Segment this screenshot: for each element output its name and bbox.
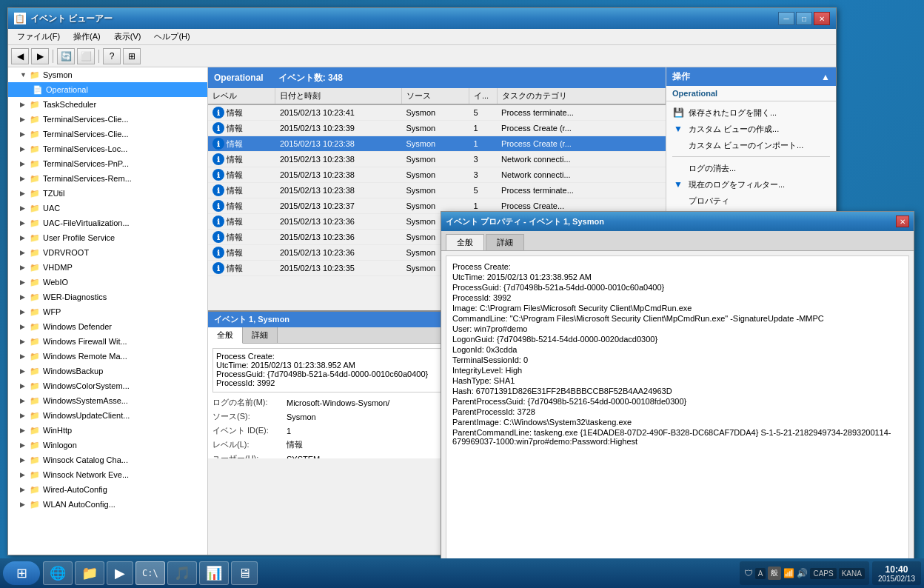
system-tray: 🛡 A 般 📶 🔊 CAPS KANA xyxy=(740,561,869,585)
sidebar-item-taskscheduler[interactable]: ▶ 📁 TaskScheduler xyxy=(8,97,207,112)
lang-indicator[interactable]: KANA xyxy=(839,568,865,579)
sidebar-item-tspnp[interactable]: ▶ 📁 TerminalServices-PnP... xyxy=(8,156,207,171)
action-create-view[interactable]: ▼ カスタム ビューの作成... xyxy=(666,121,836,137)
menu-action[interactable]: 操作(A) xyxy=(67,30,107,44)
table-row[interactable]: ℹ 情報 2015/02/13 10:23:38 Sysmon 3 Networ… xyxy=(208,152,666,167)
sidebar-item-uacfile[interactable]: ▶ 📁 UAC-FileVirtualization... xyxy=(8,216,207,230)
sidebar-item-winhttp[interactable]: ▶ 📁 WinHttp xyxy=(8,423,207,438)
detail-tab-general[interactable]: 全般 xyxy=(208,327,243,344)
sidebar-item-tsrem[interactable]: ▶ 📁 TerminalServices-Rem... xyxy=(8,171,207,186)
taskbar-media-button[interactable]: ▶ xyxy=(107,561,133,585)
sidebar-wiredauto-label: Wired-AutoConfig xyxy=(43,485,107,494)
clock-area[interactable]: 10:40 2015/02/13 xyxy=(872,561,921,585)
sidebar-item-sysmon[interactable]: ▼ 📁 Sysmon xyxy=(8,67,207,82)
taskbar-ie-button[interactable]: 🌐 xyxy=(43,561,73,585)
refresh-button[interactable]: 🔄 xyxy=(57,48,75,64)
col-level[interactable]: レベル xyxy=(208,88,275,104)
sidebar-item-winfirewall[interactable]: ▶ 📁 Windows Firewall Wit... xyxy=(8,334,207,349)
dialog-tab-general[interactable]: 全般 xyxy=(446,234,484,250)
taskbar-wmp-button[interactable]: 🎵 xyxy=(167,561,197,585)
sidebar-item-tsvc1[interactable]: ▶ 📁 TerminalServices-Clie... xyxy=(8,112,207,127)
table-row[interactable]: ℹ 情報 2015/02/13 10:23:38 Sysmon 1 Proces… xyxy=(208,136,666,152)
detail-tab-detail[interactable]: 詳細 xyxy=(243,327,278,343)
table-row[interactable]: ℹ 情報 2015/02/13 10:23:41 Sysmon 5 Proces… xyxy=(208,104,666,121)
sidebar-item-vhdmp[interactable]: ▶ 📁 VHDMP xyxy=(8,260,207,275)
help-button[interactable]: ? xyxy=(103,48,121,64)
col-category[interactable]: タスクのカテゴリ xyxy=(497,88,665,104)
forward-button[interactable]: ▶ xyxy=(31,48,49,64)
sidebar-item-webio[interactable]: ▶ 📁 WebIO xyxy=(8,275,207,290)
sidebar-item-tzutil[interactable]: ▶ 📁 TZUtil xyxy=(8,186,207,201)
folder-icon-wfp: 📁 xyxy=(29,306,41,318)
info-icon: ℹ xyxy=(212,122,224,134)
col-id[interactable]: イ... xyxy=(469,88,497,104)
sidebar-item-userprofile[interactable]: ▶ 📁 User Profile Service xyxy=(8,230,207,245)
toolbar: ◀ ▶ 🔄 ⬜ ? ⊞ xyxy=(8,45,836,67)
sidebar-item-winsock1[interactable]: ▶ 📁 Winsock Catalog Cha... xyxy=(8,452,207,467)
menu-file[interactable]: ファイル(F) xyxy=(11,30,66,44)
sidebar-item-wfp[interactable]: ▶ 📁 WFP xyxy=(8,304,207,319)
sidebar-item-wiredauto[interactable]: ▶ 📁 Wired-AutoConfig xyxy=(8,482,207,497)
event-category: Network connecti... xyxy=(497,167,665,183)
taskbar-remote-button[interactable]: 🖥 xyxy=(231,561,258,585)
menu-view[interactable]: 表示(V) xyxy=(108,30,147,44)
tree-arrow-tspnp: ▶ xyxy=(20,160,29,167)
table-row[interactable]: ℹ 情報 2015/02/13 10:23:38 Sysmon 5 Proces… xyxy=(208,183,666,198)
close-button[interactable]: ✕ xyxy=(814,12,830,25)
sidebar-item-winupdate[interactable]: ▶ 📁 WindowsUpdateClient... xyxy=(8,408,207,423)
dialog-content-line: ParentImage: C:\Windows\System32\taskeng… xyxy=(452,418,903,427)
dialog-close-button[interactable]: ✕ xyxy=(896,216,909,227)
taskbar-folder-button[interactable]: 📁 xyxy=(75,561,104,585)
sidebar-winbackup-label: WindowsBackup xyxy=(43,367,103,375)
action-properties[interactable]: プロパティ xyxy=(666,193,836,209)
sidebar-item-uac[interactable]: ▶ 📁 UAC xyxy=(8,201,207,216)
ime-kana-indicator[interactable]: 般 xyxy=(768,567,781,580)
sidebar-item-tsloc[interactable]: ▶ 📁 TerminalServices-Loc... xyxy=(8,141,207,156)
user-label: ユーザー(U): xyxy=(212,453,287,458)
event-id: 1 xyxy=(469,121,497,136)
tree-arrow-vhdmp: ▶ xyxy=(20,264,29,271)
sidebar-item-wlan[interactable]: ▶ 📁 WLAN AutoConfig... xyxy=(8,497,207,512)
options-button[interactable]: ⊞ xyxy=(123,48,141,64)
toolbar-separator-2 xyxy=(98,50,99,63)
back-button[interactable]: ◀ xyxy=(11,48,29,64)
info-icon: ℹ xyxy=(212,184,224,196)
action-clear-log[interactable]: ログの消去... xyxy=(666,160,836,176)
dialog-content-line: ProcessGuid: {7d70498b-521a-54dd-0000-00… xyxy=(452,283,903,292)
table-row[interactable]: ℹ 情報 2015/02/13 10:23:38 Sysmon 3 Networ… xyxy=(208,167,666,183)
sidebar-item-winremote[interactable]: ▶ 📁 Windows Remote Ma... xyxy=(8,349,207,364)
sidebar-item-vdrvroot[interactable]: ▶ 📁 VDRVROOT xyxy=(8,245,207,260)
info-icon: ℹ xyxy=(212,200,224,212)
sidebar-item-winsysasse[interactable]: ▶ 📁 WindowsSystemAsse... xyxy=(8,393,207,408)
start-button[interactable]: ⊞ xyxy=(3,561,40,585)
taskbar-cmd-button[interactable]: C:\ xyxy=(135,561,165,585)
sidebar-item-operational[interactable]: 📄 Operational xyxy=(8,82,207,97)
sidebar-item-winbackup[interactable]: ▶ 📁 WindowsBackup xyxy=(8,364,207,378)
restore-button[interactable]: □ xyxy=(796,12,812,25)
sidebar-item-winsock2[interactable]: ▶ 📁 Winsock Network Eve... xyxy=(8,467,207,482)
action-open-log-label: 保存されたログを開く... xyxy=(689,107,777,118)
col-datetime[interactable]: 日付と時刻 xyxy=(275,88,402,104)
ime-a-indicator[interactable]: A xyxy=(755,568,766,579)
info-icon: ℹ xyxy=(212,138,224,150)
sidebar-item-windefender[interactable]: ▶ 📁 Windows Defender xyxy=(8,319,207,334)
event-id: 5 xyxy=(469,183,497,198)
table-row[interactable]: ℹ 情報 2015/02/13 10:23:39 Sysmon 1 Proces… xyxy=(208,121,666,136)
sidebar-item-winlogon[interactable]: ▶ 📁 Winlogon xyxy=(8,438,207,452)
stop-button[interactable]: ⬜ xyxy=(77,48,95,64)
taskbar-items: 🌐 📁 ▶ C:\ 🎵 📊 🖥 xyxy=(43,561,737,585)
minimize-button[interactable]: ─ xyxy=(778,12,794,25)
action-import-view[interactable]: カスタム ビューのインポート... xyxy=(666,137,836,153)
col-source[interactable]: ソース xyxy=(401,88,469,104)
dialog-tab-detail[interactable]: 詳細 xyxy=(486,234,524,250)
sidebar-item-wer[interactable]: ▶ 📁 WER-Diagnostics xyxy=(8,290,207,304)
event-datetime: 2015/02/13 10:23:41 xyxy=(275,104,402,121)
action-filter-log[interactable]: ▼ 現在のログをフィルター... xyxy=(666,176,836,193)
action-open-log[interactable]: 💾 保存されたログを開く... xyxy=(666,104,836,121)
info-icon: ℹ xyxy=(212,153,224,165)
folder-icon-winsysasse: 📁 xyxy=(29,395,41,407)
taskbar-net-button[interactable]: 📊 xyxy=(199,561,229,585)
sidebar-item-wincolor[interactable]: ▶ 📁 WindowsColorSystem... xyxy=(8,378,207,393)
menu-help[interactable]: ヘルプ(H) xyxy=(148,30,195,44)
sidebar-item-tsvc2[interactable]: ▶ 📁 TerminalServices-Clie... xyxy=(8,127,207,141)
